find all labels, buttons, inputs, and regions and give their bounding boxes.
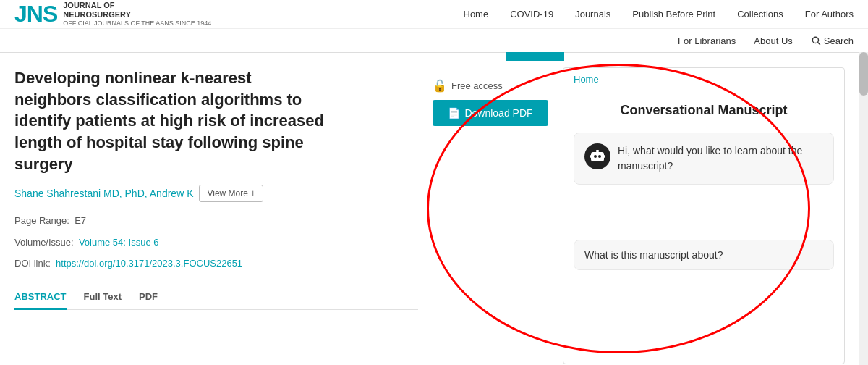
page-range-label: Page Range: [14, 215, 69, 226]
logo-title-line2: NEUROSURGERY [63, 10, 211, 20]
doi-label: DOI link: [14, 258, 51, 269]
article-section: Developing nonlinear k-nearest neighbors… [14, 67, 433, 365]
nav-journals[interactable]: Journals [575, 9, 610, 20]
suggestion-bubble[interactable]: What is this manuscript about? [574, 240, 834, 270]
nav-about[interactable]: About Us [754, 35, 792, 46]
article-meta-page: Page Range: E7 [14, 212, 418, 229]
article-meta-doi: DOI link: https://doi.org/10.3171/2023.3… [14, 255, 418, 272]
main-content: Developing nonlinear k-nearest neighbors… [0, 53, 868, 365]
nav-collections[interactable]: Collections [737, 9, 783, 20]
logo[interactable]: JNS JOURNAL OF NEUROSURGERY OFFICIAL JOU… [14, 1, 211, 28]
conversational-panel: Home Conversational Manuscript Hi, what … [563, 67, 845, 364]
nav-top: Home COVID-19 Journals Publish Before Pr… [464, 9, 854, 20]
download-icon: 📄 [448, 107, 460, 119]
nav-bottom: For Librarians About Us [678, 35, 793, 46]
lock-icon: 🔓 [433, 79, 447, 93]
download-pdf-button[interactable]: 📄 Download PDF [433, 100, 548, 126]
svg-rect-5 [596, 150, 599, 152]
free-access-label: Free access [451, 80, 503, 91]
free-access: 🔓 Free access [433, 79, 548, 93]
doi-link[interactable]: https://doi.org/10.3171/2023.3.FOCUS2265… [56, 258, 242, 269]
tab-fulltext[interactable]: Full Text [84, 285, 122, 309]
svg-line-1 [817, 43, 820, 45]
header-bottom: For Librarians About Us Search [0, 29, 868, 52]
svg-rect-2 [591, 152, 604, 161]
article-meta-volume: Volume/Issue: Volume 54: Issue 6 [14, 234, 418, 251]
chat-spacer [563, 190, 844, 234]
tab-abstract[interactable]: ABSTRACT [14, 285, 67, 310]
scrollbar[interactable] [859, 52, 868, 365]
panel-title: Conversational Manuscript [563, 91, 844, 127]
svg-point-4 [598, 155, 601, 158]
search-label: Search [824, 35, 854, 46]
article-authors: Shane Shahrestani MD, PhD, Andrew K View… [14, 185, 418, 202]
bot-icon [589, 148, 606, 165]
logo-text: JOURNAL OF NEUROSURGERY OFFICIAL JOURNAL… [63, 1, 211, 28]
nav-home[interactable]: Home [464, 9, 489, 20]
panel-breadcrumb[interactable]: Home [563, 68, 844, 91]
chat-message: Hi, what would you like to learn about t… [618, 143, 823, 174]
svg-point-0 [812, 37, 818, 43]
logo-title-line1: JOURNAL OF [63, 1, 211, 10]
teal-bar [506, 52, 564, 61]
download-label: Download PDF [464, 107, 532, 119]
svg-rect-7 [604, 155, 605, 158]
search-icon [811, 35, 821, 46]
header-top: JNS JOURNAL OF NEUROSURGERY OFFICIAL JOU… [0, 0, 868, 29]
svg-rect-6 [590, 155, 591, 158]
search-button[interactable]: Search [811, 35, 854, 46]
page-range-value: E7 [75, 215, 86, 226]
nav-covid19[interactable]: COVID-19 [510, 9, 553, 20]
tab-pdf[interactable]: PDF [139, 285, 158, 309]
nav-publish[interactable]: Publish Before Print [632, 9, 715, 20]
article-title: Developing nonlinear k-nearest neighbors… [14, 67, 333, 175]
bot-avatar [584, 143, 610, 169]
chat-bubble: Hi, what would you like to learn about t… [574, 133, 834, 185]
volume-label: Volume/Issue: [14, 237, 74, 248]
author-names: Shane Shahrestani MD, PhD, Andrew K [14, 188, 193, 199]
site-header: JNS JOURNAL OF NEUROSURGERY OFFICIAL JOU… [0, 0, 868, 53]
view-more-button[interactable]: View More + [199, 185, 263, 202]
download-area: 🔓 Free access 📄 Download PDF [433, 67, 563, 365]
tabs-row: ABSTRACT Full Text PDF [14, 285, 418, 310]
volume-value[interactable]: Volume 54: Issue 6 [79, 237, 159, 248]
logo-initials: JNS [14, 2, 57, 25]
nav-for-authors[interactable]: For Authors [805, 9, 854, 20]
logo-subtitle: OFFICIAL JOURNALS OF THE AANS SINCE 1944 [63, 20, 211, 28]
nav-librarians[interactable]: For Librarians [678, 35, 736, 46]
scrollbar-thumb[interactable] [859, 52, 868, 96]
svg-point-3 [594, 155, 597, 158]
